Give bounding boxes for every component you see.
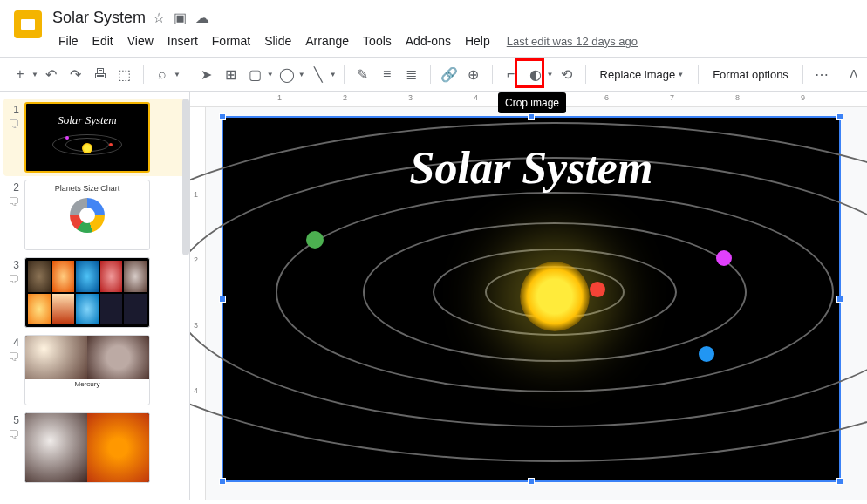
- border-dash-button[interactable]: ≣: [400, 63, 423, 85]
- menu-tools[interactable]: Tools: [357, 31, 398, 51]
- selection-handle[interactable]: [219, 113, 226, 120]
- textbox-button[interactable]: ⊞: [220, 63, 242, 85]
- menu-slide[interactable]: Slide: [258, 31, 297, 51]
- chevron-down-icon[interactable]: ▼: [31, 71, 38, 78]
- comment-icon: 🗨: [8, 195, 19, 208]
- menu-addons[interactable]: Add-ons: [399, 31, 457, 51]
- mask-button[interactable]: ◐: [524, 63, 547, 85]
- last-edit-link[interactable]: Last edit was 12 days ago: [507, 35, 638, 48]
- slide-title-text: Solar System: [410, 142, 653, 194]
- format-options-button[interactable]: Format options: [706, 65, 795, 85]
- comment-icon: 🗨: [8, 428, 19, 441]
- slide-thumb-1[interactable]: 1🗨 Solar System: [3, 99, 186, 176]
- selection-handle[interactable]: [528, 113, 535, 120]
- slide-thumb-5[interactable]: 5🗨: [3, 412, 186, 483]
- chevron-down-icon[interactable]: ▼: [174, 71, 181, 78]
- header: Solar System ☆ ▣ ☁ File Edit View Insert…: [0, 0, 867, 57]
- menu-file[interactable]: File: [52, 31, 85, 51]
- border-weight-button[interactable]: ≡: [376, 63, 399, 85]
- planet-graphic: [716, 250, 732, 266]
- document-title[interactable]: Solar System: [52, 9, 146, 27]
- select-tool[interactable]: ➤: [195, 63, 218, 85]
- shape-button[interactable]: ◯: [276, 63, 298, 85]
- slide-thumb-4[interactable]: 4🗨 Mercury: [3, 335, 186, 405]
- more-button[interactable]: ⋯: [810, 63, 833, 85]
- redo-button[interactable]: ↷: [65, 63, 87, 85]
- selection-handle[interactable]: [219, 296, 226, 303]
- comment-button[interactable]: ⊕: [462, 63, 485, 85]
- comment-icon: 🗨: [8, 273, 19, 286]
- paint-format-button[interactable]: ⬚: [113, 63, 136, 85]
- chevron-down-icon[interactable]: ▼: [267, 71, 274, 78]
- chevron-down-icon[interactable]: ▼: [330, 71, 337, 78]
- print-button[interactable]: 🖶: [89, 63, 112, 85]
- line-button[interactable]: ╲: [307, 63, 330, 85]
- selection-handle[interactable]: [836, 478, 843, 485]
- planet-graphic: [590, 282, 605, 297]
- selection-handle[interactable]: [219, 478, 226, 485]
- collapse-toolbar-icon[interactable]: ᐱ: [850, 67, 858, 81]
- menu-insert[interactable]: Insert: [161, 31, 204, 51]
- planet-graphic: [699, 346, 714, 362]
- planet-graphic: [306, 231, 324, 249]
- comment-icon: 🗨: [8, 118, 19, 131]
- zoom-button[interactable]: ⌕: [151, 63, 174, 85]
- selection-handle[interactable]: [528, 478, 535, 485]
- menubar: File Edit View Insert Format Slide Arran…: [52, 29, 857, 57]
- scrollbar[interactable]: [182, 99, 189, 255]
- menu-help[interactable]: Help: [459, 31, 496, 51]
- canvas-area: 1 2 3 4 5 6 7 8 9 1 2 3 4: [190, 92, 867, 500]
- toolbar: +▼ ↶ ↷ 🖶 ⬚ ⌕▼ ➤ ⊞ ▢▼ ◯▼ ╲▼ ✎ ≡ ≣ 🔗 ⊕ ⌐ ◐…: [0, 57, 867, 92]
- link-button[interactable]: 🔗: [438, 63, 461, 85]
- replace-image-button[interactable]: Replace image▼: [593, 65, 692, 85]
- comment-icon: 🗨: [8, 351, 19, 364]
- main-area: 1🗨 Solar System 2🗨 Planets Size Chart 3�: [0, 92, 867, 500]
- menu-view[interactable]: View: [121, 31, 160, 51]
- crop-button[interactable]: ⌐: [500, 63, 522, 85]
- cloud-icon[interactable]: ☁: [195, 10, 209, 26]
- menu-arrange[interactable]: Arrange: [299, 31, 355, 51]
- undo-button[interactable]: ↶: [40, 63, 63, 85]
- star-icon[interactable]: ☆: [153, 10, 165, 26]
- new-slide-button[interactable]: +: [9, 63, 31, 85]
- slide-panel: 1🗨 Solar System 2🗨 Planets Size Chart 3�: [0, 92, 190, 500]
- chevron-down-icon[interactable]: ▼: [298, 71, 305, 78]
- sun-graphic: [520, 262, 590, 331]
- chevron-down-icon[interactable]: ▼: [547, 71, 554, 78]
- move-icon[interactable]: ▣: [174, 10, 187, 26]
- menu-edit[interactable]: Edit: [86, 31, 119, 51]
- crop-tooltip: Crop image: [498, 92, 566, 113]
- image-button[interactable]: ▢: [244, 63, 267, 85]
- reset-image-button[interactable]: ⟲: [556, 63, 578, 85]
- selection-handle[interactable]: [836, 296, 843, 303]
- slide-thumb-3[interactable]: 3🗨: [3, 257, 186, 328]
- border-color-button[interactable]: ✎: [352, 63, 374, 85]
- slide-thumb-2[interactable]: 2🗨 Planets Size Chart: [3, 180, 186, 250]
- app-logo[interactable]: [10, 7, 45, 42]
- menu-format[interactable]: Format: [206, 31, 256, 51]
- selection-handle[interactable]: [836, 113, 843, 120]
- slide-canvas[interactable]: Solar System: [222, 116, 841, 482]
